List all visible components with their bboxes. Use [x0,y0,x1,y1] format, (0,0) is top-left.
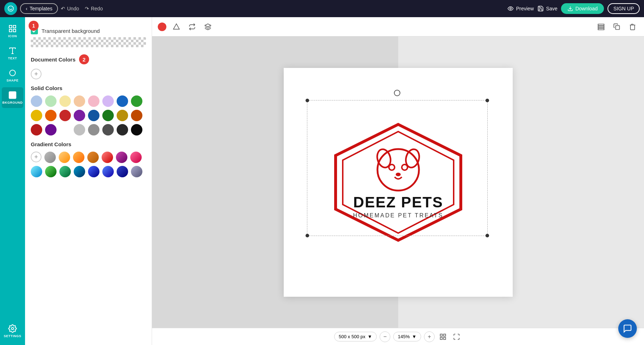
svg-rect-3 [9,25,12,28]
main-area: ICON TEXT SHAPE BKGROUND SETTINGS 1 [0,17,644,345]
solid-color-swatch[interactable] [31,110,42,121]
solid-color-swatch[interactable] [59,124,71,135]
gradient-color-swatch[interactable] [116,152,127,163]
svg-point-23 [402,164,408,170]
redo-button[interactable]: ↷ Redo [85,6,103,11]
sidebar-item-shape[interactable]: SHAPE [2,65,23,86]
zoom-level-display[interactable]: 145% ▼ [393,332,421,341]
gradient-color-swatch[interactable] [131,166,142,177]
solid-color-swatch[interactable] [88,124,99,135]
zoom-in-button[interactable]: + [424,331,435,342]
svg-rect-6 [13,29,16,32]
zoom-out-button[interactable]: − [380,331,390,342]
solid-color-swatch[interactable] [102,95,114,107]
logo-design: DEEZ PETS HOMEMADE PET TREATS [323,118,473,247]
sidebar-item-text-label: TEXT [8,56,17,60]
solid-color-swatch[interactable] [59,110,71,121]
save-button[interactable]: Save [537,5,557,12]
fit-view-button[interactable] [451,331,462,342]
solid-color-swatch[interactable] [74,95,85,107]
gradient-color-swatch[interactable] [130,152,142,163]
gradient-colors-grid: + [31,152,146,177]
solid-color-swatch[interactable] [45,124,57,135]
toolbar-arrange-button[interactable] [171,21,182,33]
sidebar-item-text[interactable]: TEXT [2,43,23,64]
gradient-color-swatch[interactable] [45,166,57,177]
solid-color-swatch[interactable] [117,95,128,107]
svg-rect-16 [616,25,620,29]
svg-marker-17 [336,124,461,240]
solid-color-swatch[interactable] [88,110,99,121]
solid-color-swatch[interactable] [31,95,42,107]
svg-point-24 [396,173,401,176]
add-document-color-button[interactable]: + [31,69,42,79]
toolbar-flip-button[interactable] [186,21,198,33]
gradient-color-swatch[interactable] [87,152,99,163]
undo-button[interactable]: ↶ Undo [61,6,79,11]
canvas-document[interactable]: DEEZ PETS HOMEMADE PET TREATS [284,68,513,297]
add-gradient-color-button[interactable]: + [31,152,42,162]
templates-button[interactable]: ‹ Templates [20,3,58,14]
solid-color-swatch[interactable] [31,124,42,135]
layers-button[interactable] [595,21,607,33]
solid-color-swatch[interactable] [59,95,71,107]
solid-color-swatch[interactable] [117,110,128,121]
grid-view-button[interactable] [438,331,448,342]
transparent-bg-row: Transparent background [31,27,146,34]
gradient-color-swatch[interactable] [31,166,42,177]
canvas-toolbar [152,17,644,36]
gradient-color-swatch[interactable] [88,166,99,177]
transparent-bg-section: Transparent background [31,27,146,47]
gradient-color-swatch[interactable] [117,166,128,177]
canvas-wrapper[interactable]: DEEZ PETS HOMEMADE PET TREATS [152,36,644,328]
solid-color-swatch[interactable] [74,110,85,121]
sidebar-item-settings-label: SETTINGS [4,334,21,338]
solid-color-swatch[interactable] [45,95,57,107]
undo-redo-group: ↶ Undo ↷ Redo [61,6,103,11]
solid-colors-title: Solid Colors [31,85,62,91]
gradient-color-swatch[interactable] [73,152,84,163]
download-button[interactable]: Download [561,3,604,14]
handle-top-right[interactable] [486,99,489,102]
toolbar-effects-button[interactable] [202,21,214,33]
solid-color-swatch[interactable] [117,124,128,135]
solid-color-swatch[interactable] [102,110,114,121]
preview-button[interactable]: Preview [507,5,534,12]
solid-color-swatch[interactable] [45,110,57,121]
solid-color-swatch[interactable] [131,110,142,121]
sidebar-item-icon[interactable]: ICON [2,21,23,41]
svg-rect-10 [9,92,16,99]
gradient-color-swatch[interactable] [44,152,56,163]
chat-support-button[interactable] [618,319,637,338]
solid-color-swatch[interactable] [131,95,142,107]
solid-color-swatch[interactable] [102,124,114,135]
delete-button[interactable] [627,21,638,33]
step1-badge: 1 [29,21,39,31]
gradient-colors-title: Gradient Colors [31,141,71,147]
svg-point-19 [377,149,419,191]
app-logo[interactable] [4,2,17,15]
gradient-color-swatch[interactable] [59,152,70,163]
sidebar-item-settings[interactable]: SETTINGS [2,321,23,341]
handle-bottom-left[interactable] [306,234,309,237]
gradient-color-swatch[interactable] [74,166,85,177]
handle-bottom-right[interactable] [486,234,489,237]
svg-point-0 [8,6,14,11]
signup-button[interactable]: SIGN UP [608,3,640,14]
canvas-toolbar-right [595,21,638,33]
solid-color-swatch[interactable] [88,95,99,107]
solid-color-swatch[interactable] [131,124,142,135]
handle-top-left[interactable] [306,99,309,102]
solid-color-swatch[interactable] [74,124,85,135]
toolbar-color-swatch[interactable] [158,23,166,31]
gradient-color-swatch[interactable] [102,152,113,163]
size-selector[interactable]: 500 x 500 px ▼ [334,332,377,341]
duplicate-button[interactable] [611,21,623,33]
sidebar-item-bkground[interactable]: BKGROUND [2,87,23,108]
rotate-handle[interactable] [394,90,400,96]
gradient-color-swatch[interactable] [59,166,71,177]
templates-label: Templates [30,6,53,11]
gradient-colors-header: Gradient Colors [31,141,146,147]
svg-rect-28 [444,334,446,336]
gradient-color-swatch[interactable] [102,166,114,177]
